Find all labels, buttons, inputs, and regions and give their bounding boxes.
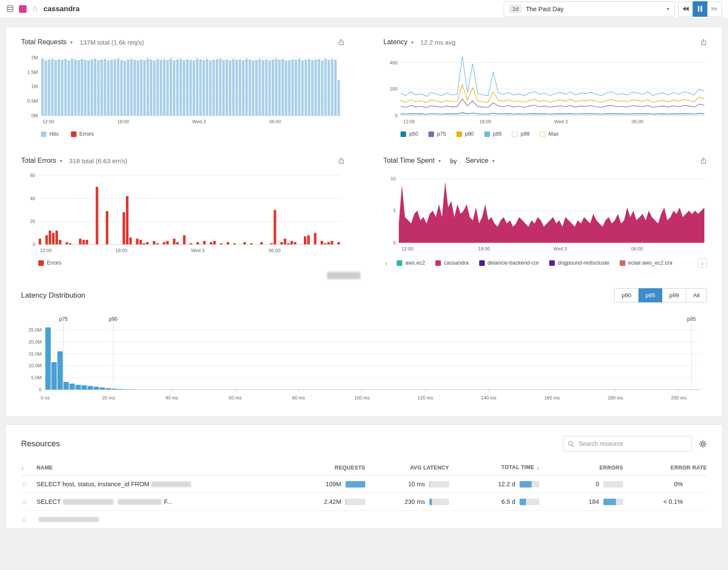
cell-error-rate: < 0.1% — [623, 498, 707, 505]
favorite-star-icon[interactable]: ☆ — [21, 480, 37, 489]
legend-item-delancie-backend-cor[interactable]: delancie-backend-cor — [479, 260, 539, 266]
latency-distribution-chart[interactable]: 05.0M10.0M15.0M20.0M25.0M0 ns20 ms40 ms6… — [21, 314, 707, 402]
svg-text:40: 40 — [30, 196, 35, 201]
percentile-button-p95[interactable]: p95 — [639, 288, 663, 302]
favorite-star-icon[interactable]: ☆ — [21, 515, 37, 524]
svg-text:25.0M: 25.0M — [28, 327, 42, 332]
svg-text:10: 10 — [391, 176, 396, 181]
total-requests-chart[interactable]: 0M0.5M1M1.5M2M12:0018:00Wed 306:00 — [21, 52, 345, 126]
export-icon[interactable] — [338, 39, 345, 46]
legend-swatch — [456, 131, 462, 137]
export-icon[interactable] — [700, 39, 707, 46]
redacted-label — [327, 272, 361, 279]
chevron-left-icon[interactable]: ‹ — [385, 260, 387, 266]
legend-item-aws.ec2[interactable]: aws.ec2 — [397, 260, 425, 266]
col-header-requests[interactable]: REQUESTS — [277, 465, 365, 471]
total-requests-panel: Total Requests ▾ 137M total (1.6k req/s)… — [21, 38, 345, 137]
export-icon[interactable] — [700, 157, 707, 164]
col-header-error-rate[interactable]: ERROR RATE — [623, 465, 707, 471]
legend-item-p99[interactable]: p99 — [512, 131, 529, 137]
legend-item-Hits[interactable]: Hits — [41, 131, 59, 137]
svg-text:100 ms: 100 ms — [354, 395, 370, 400]
resource-name[interactable]: SELECT F... — [37, 498, 277, 505]
legend-item-p90[interactable]: p90 — [456, 131, 474, 137]
total-errors-chart[interactable]: 020406012:0018:00Wed 306:00 — [21, 171, 345, 255]
resources-title: Resources — [21, 439, 60, 448]
legend-swatch — [71, 131, 76, 137]
legend-swatch — [620, 260, 625, 266]
legend-swatch — [428, 131, 434, 137]
cell-avg_latency: 230 ms — [365, 498, 449, 505]
time-rewind-button[interactable] — [678, 1, 693, 17]
svg-text:140 ms: 140 ms — [481, 395, 497, 400]
resources-table-header: ↓ NAME REQUESTS AVG LATENCY TOTAL TIME↓ … — [21, 460, 707, 476]
cell-errors: 0 — [539, 481, 623, 488]
svg-text:120 ms: 120 ms — [418, 395, 434, 400]
resource-name[interactable] — [37, 517, 277, 522]
favorite-star-icon[interactable]: ☆ — [31, 5, 39, 13]
database-icon — [6, 5, 14, 13]
percentile-button-p99[interactable]: p99 — [662, 288, 686, 302]
latency-chart[interactable]: 020040012:0018:00Wed 306:00 — [383, 52, 707, 126]
chevron-down-icon[interactable]: ▾ — [492, 159, 494, 163]
col-header-errors[interactable]: ERRORS — [539, 465, 623, 471]
legend-item-p50[interactable]: p50 — [401, 131, 418, 137]
legend-item-cassandra[interactable]: cassandra — [435, 260, 469, 266]
cell-avg_latency: 10 ms — [365, 481, 449, 488]
page-title: cassandra — [43, 5, 80, 13]
percentile-button-All[interactable]: All — [686, 288, 707, 302]
chevron-down-icon[interactable]: ▾ — [438, 159, 440, 163]
legend-swatch — [38, 260, 44, 266]
svg-text:160 ms: 160 ms — [544, 395, 560, 400]
svg-text:1.5M: 1.5M — [28, 70, 38, 75]
legend-swatch — [479, 260, 485, 266]
svg-text:18:00: 18:00 — [478, 246, 490, 251]
metric-bar — [429, 499, 449, 505]
resources-table-body: ☆SELECT host, status, instance_id FROM 1… — [21, 476, 707, 528]
resource-name[interactable]: SELECT host, status, instance_id FROM — [37, 481, 277, 488]
table-row[interactable]: ☆SELECT F...2.42M230 ms6.5 d184< 0.1% — [21, 493, 707, 511]
time-forward-button[interactable] — [707, 1, 722, 17]
cell-total_time: 6.5 d — [449, 498, 539, 505]
legend-item-p95[interactable]: p95 — [484, 131, 502, 137]
gear-icon[interactable] — [699, 440, 707, 448]
chevron-down-icon[interactable]: ▾ — [60, 159, 62, 163]
total-time-spent-chart[interactable]: 051012:0018:00Wed 306:00 — [383, 171, 707, 253]
search-resource-input[interactable] — [578, 440, 687, 448]
legend-swatch — [397, 260, 402, 266]
cell-avg_latency — [365, 516, 449, 523]
col-header-avg-latency[interactable]: AVG LATENCY — [365, 465, 449, 471]
chevron-down-icon[interactable]: ▾ — [70, 40, 73, 45]
export-icon[interactable] — [338, 157, 345, 164]
metric-bar — [429, 481, 449, 488]
col-header-total-time[interactable]: TOTAL TIME↓ — [449, 464, 539, 471]
cell-errors: 184 — [539, 498, 623, 505]
table-row[interactable]: ☆SELECT host, status, instance_id FROM 1… — [21, 476, 707, 493]
panel-title-latency: Latency — [383, 38, 407, 46]
facet-select[interactable]: Service — [465, 157, 488, 165]
total-errors-legend: Errors — [21, 260, 345, 266]
redacted-text — [118, 499, 162, 505]
top-bar: ☆ cassandra 1d The Past Day ▾ — [0, 0, 728, 18]
sort-icon[interactable]: ↓ — [21, 464, 37, 471]
time-pause-button[interactable] — [693, 1, 707, 17]
fast-forward-icon — [711, 6, 718, 11]
latency-panel: Latency ▾ 12.2 ms avg 020040012:0018:00W… — [383, 38, 707, 137]
favorite-star-icon[interactable]: ☆ — [21, 497, 37, 506]
chevron-down-icon[interactable]: ▾ — [411, 40, 413, 45]
legend-item-eclair.aws_ec2.cra[interactable]: eclair.aws_ec2.cra — [620, 260, 673, 266]
col-header-name[interactable]: NAME — [37, 465, 277, 471]
percentile-button-p90[interactable]: p90 — [614, 288, 639, 302]
legend-item-Errors[interactable]: Errors — [71, 131, 94, 137]
panel-title-total-time-spent: Total Time Spent — [383, 157, 434, 165]
legend-item-Errors[interactable]: Errors — [38, 260, 61, 266]
legend-item-dogpound-rediscluste[interactable]: dogpound-rediscluste — [549, 260, 609, 266]
total-errors-panel: Total Errors ▾ 318 total (6.63 err/s) 02… — [21, 157, 345, 268]
timeframe-select[interactable]: 1d The Past Day ▾ — [504, 1, 675, 17]
table-row[interactable]: ☆ — [21, 511, 707, 528]
legend-item-p75[interactable]: p75 — [428, 131, 446, 137]
rewind-icon — [682, 6, 689, 11]
total-requests-summary: 137M total (1.6k req/s) — [80, 39, 144, 46]
legend-item-Max[interactable]: Max — [540, 131, 559, 137]
chevron-right-icon[interactable]: › — [697, 258, 707, 268]
